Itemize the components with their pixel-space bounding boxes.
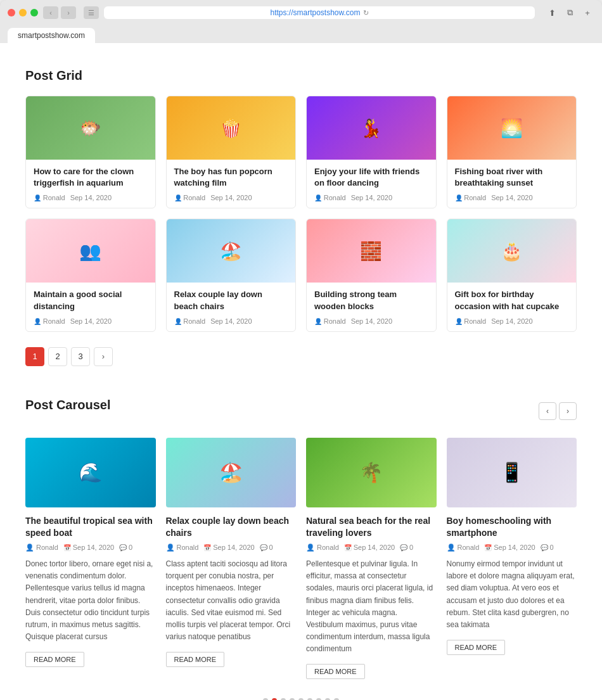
carousel-card: 📱 Boy homeschooling with smartphone 👤 Ro… <box>447 438 577 680</box>
post-card-title: How to care for the clown triggerfish in… <box>34 166 148 189</box>
post-card[interactable]: 👥 Maintain a good social distancing Rona… <box>25 219 156 331</box>
new-tab-button[interactable]: ⧉ <box>563 6 577 19</box>
post-card[interactable]: 💃 Enjoy your life with friends on floor … <box>306 96 437 208</box>
read-more-button[interactable]: READ MORE <box>447 640 506 655</box>
post-date: Sep 14, 2020 <box>351 317 392 325</box>
browser-window: ‹ › ☰ https://smartpostshow.com ↻ ⬆ ⧉ + … <box>0 0 602 43</box>
carousel-card-title[interactable]: Relax couple lay down beach chairs <box>166 515 297 540</box>
carousel-date: Sep 14, 2020 <box>484 544 535 551</box>
post-card-meta: Ronald Sep 14, 2020 <box>455 317 569 325</box>
read-more-button[interactable]: READ MORE <box>25 652 84 667</box>
post-card-image: 💃 <box>307 96 436 160</box>
carousel-card-image: 🌊 <box>25 438 156 507</box>
post-card-meta: Ronald Sep 14, 2020 <box>174 194 288 201</box>
post-carousel-title: Post Carousel <box>25 398 110 412</box>
carousel-date: Sep 14, 2020 <box>344 544 395 551</box>
read-more-button[interactable]: READ MORE <box>306 664 365 679</box>
post-card-meta: Ronald Sep 14, 2020 <box>34 194 148 201</box>
carousel-card-image: 🌴 <box>306 438 437 507</box>
post-author: Ronald <box>174 194 206 201</box>
post-grid: 🐡 How to care for the clown triggerfish … <box>25 96 577 332</box>
maximize-button[interactable] <box>30 9 38 16</box>
page-button-3[interactable]: 3 <box>71 347 90 366</box>
carousel-excerpt: Nonumy eirmod tempor invidunt ut labore … <box>447 558 577 631</box>
carousel-card: 🌊 The beautiful tropical sea with speed … <box>25 438 156 680</box>
carousel-card: 🌴 Natural sea beach for the real traveli… <box>306 438 437 680</box>
carousel-card-meta: 👤 Ronald Sep 14, 2020 0 <box>447 544 577 552</box>
back-button[interactable]: ‹ <box>43 6 58 19</box>
post-card-title: Relax couple lay down beach chairs <box>174 289 288 312</box>
carousel-card: 🏖️ Relax couple lay down beach chairs 👤 … <box>166 438 297 680</box>
post-date: Sep 14, 2020 <box>491 317 532 325</box>
carousel-card-title[interactable]: Boy homeschooling with smartphone <box>447 515 577 540</box>
carousel-card-title[interactable]: The beautiful tropical sea with speed bo… <box>25 515 156 540</box>
pagination: 123› <box>25 347 577 366</box>
post-author: Ronald <box>314 194 346 201</box>
post-card-image: 👥 <box>26 219 155 283</box>
post-author: Ronald <box>34 317 65 325</box>
carousel-card-title[interactable]: Natural sea beach for the real traveling… <box>306 515 437 540</box>
post-card-meta: Ronald Sep 14, 2020 <box>314 194 428 201</box>
carousel-author: 👤 Ronald <box>447 544 480 552</box>
post-grid-section: Post Grid 🐡 How to care for the clown tr… <box>25 68 577 366</box>
post-card-image: 🐡 <box>26 96 155 160</box>
post-card[interactable]: 🌅 Fishing boat river with breathtaking s… <box>447 96 577 208</box>
forward-button[interactable]: › <box>61 6 76 19</box>
carousel-author: 👤 Ronald <box>25 544 58 552</box>
post-card[interactable]: 🍿 The boy has fun popcorn watching film … <box>166 96 297 208</box>
carousel-comments: 0 <box>260 544 273 551</box>
url-text: https://smartpostshow.com <box>270 8 360 17</box>
traffic-lights <box>8 9 38 16</box>
carousel-card-meta: 👤 Ronald Sep 14, 2020 0 <box>25 544 156 552</box>
post-card-meta: Ronald Sep 14, 2020 <box>455 194 569 201</box>
carousel-date: Sep 14, 2020 <box>63 544 114 551</box>
pagination-next-button[interactable]: › <box>94 347 113 366</box>
carousel-comments: 0 <box>119 544 132 551</box>
page-button-1[interactable]: 1 <box>25 347 44 366</box>
carousel-author: 👤 Ronald <box>306 544 339 552</box>
post-card-image: 🎂 <box>447 219 577 283</box>
carousel-comments: 0 <box>400 544 413 551</box>
post-date: Sep 14, 2020 <box>210 317 252 325</box>
page-content: Post Grid 🐡 How to care for the clown tr… <box>0 43 602 700</box>
post-card-image: 🧱 <box>307 219 436 283</box>
minimize-button[interactable] <box>19 9 27 16</box>
post-date: Sep 14, 2020 <box>351 194 392 201</box>
read-more-button[interactable]: READ MORE <box>166 652 225 667</box>
post-card-image: 🏖️ <box>167 219 296 283</box>
carousel-next-button[interactable]: › <box>559 402 577 420</box>
carousel-card-meta: 👤 Ronald Sep 14, 2020 0 <box>306 544 437 552</box>
carousel-card-image: 🏖️ <box>166 438 297 507</box>
carousel-prev-button[interactable]: ‹ <box>539 402 556 420</box>
carousel-excerpt: Class aptent taciti sociosqu ad litora t… <box>166 558 297 643</box>
post-date: Sep 14, 2020 <box>210 194 252 201</box>
page-button-2[interactable]: 2 <box>48 347 67 366</box>
close-button[interactable] <box>8 9 15 16</box>
post-card-title: Building strong team wooden blocks <box>314 289 428 312</box>
post-carousel-section: Post Carousel ‹ › 🌊 The beautiful tropic… <box>25 398 577 700</box>
post-date: Sep 14, 2020 <box>70 194 112 201</box>
post-card[interactable]: 🧱 Building strong team wooden blocks Ron… <box>306 219 437 331</box>
sidebar-toggle[interactable]: ☰ <box>84 6 99 19</box>
post-card[interactable]: 🎂 Gift box for birthday occasion with ha… <box>447 219 577 331</box>
carousel-grid: 🌊 The beautiful tropical sea with speed … <box>25 438 577 680</box>
post-card[interactable]: 🐡 How to care for the clown triggerfish … <box>25 96 156 208</box>
post-author: Ronald <box>174 317 206 325</box>
reload-icon[interactable]: ↻ <box>363 9 369 17</box>
post-author: Ronald <box>314 317 346 325</box>
post-card-image: 🌅 <box>447 96 577 160</box>
post-card-image: 🍿 <box>167 96 296 160</box>
post-author: Ronald <box>34 194 65 201</box>
add-tab-button[interactable]: + <box>580 6 594 19</box>
carousel-excerpt: Donec tortor libero, ornare eget nisi a,… <box>25 558 156 643</box>
carousel-card-meta: 👤 Ronald Sep 14, 2020 0 <box>166 544 297 552</box>
carousel-navigation: ‹ › <box>539 402 577 420</box>
active-tab[interactable]: smartpostshow.com <box>8 28 95 43</box>
carousel-card-image: 📱 <box>447 438 577 507</box>
post-card[interactable]: 🏖️ Relax couple lay down beach chairs Ro… <box>166 219 297 331</box>
address-bar[interactable]: https://smartpostshow.com ↻ <box>104 6 535 19</box>
post-date: Sep 14, 2020 <box>491 194 532 201</box>
carousel-date: Sep 14, 2020 <box>203 544 254 551</box>
share-button[interactable]: ⬆ <box>545 6 559 19</box>
post-grid-title: Post Grid <box>25 68 577 83</box>
